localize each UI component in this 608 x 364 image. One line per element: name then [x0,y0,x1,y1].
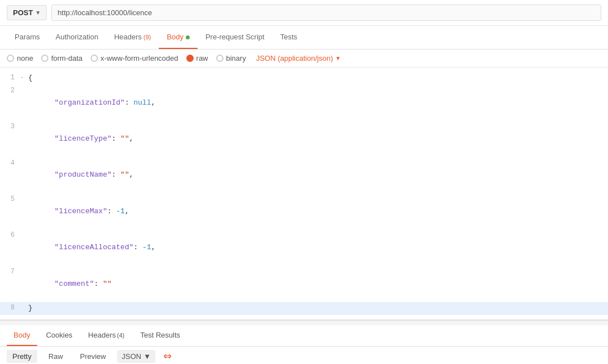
url-input[interactable] [51,5,601,21]
code-line-1: 1 - { [0,72,608,85]
body-options: none form-data x-www-form-urlencoded raw… [0,50,608,68]
body-dot [186,35,190,39]
tab-body[interactable]: Body [159,26,198,49]
option-form-data[interactable]: form-data [41,54,83,62]
code-line-5: 5 "licenceMax": -1, [0,194,608,230]
resp-json-select[interactable]: JSON ▼ [117,350,155,363]
resp-tab-headers[interactable]: Headers(4) [82,325,132,346]
fmt-preview[interactable]: Preview [74,350,111,363]
code-line-4: 4 "productName": "", [0,158,608,194]
radio-urlencoded[interactable] [91,55,98,62]
fmt-pretty[interactable]: Pretty [7,350,37,363]
url-bar: POST ▼ [0,0,608,26]
resp-tab-body[interactable]: Body [7,325,37,346]
code-line-6: 6 "licenceAllocated": -1, [0,230,608,266]
wrap-icon[interactable]: ⇔ [163,350,172,362]
response-tabs: Body Cookies Headers(4) Test Results [0,325,608,347]
code-line-7: 7 "comment": "" [0,266,608,302]
option-form-data-label: form-data [51,54,83,62]
section-divider [0,320,608,321]
radio-binary[interactable] [216,55,223,62]
option-binary[interactable]: binary [216,54,246,62]
option-none[interactable]: none [7,54,33,62]
code-line-8: 8 } [0,302,608,315]
resp-json-label: JSON [122,352,141,361]
code-line-2: 2 "organizationId": null, [0,85,608,121]
method-arrow-icon: ▼ [35,10,41,16]
method-select[interactable]: POST ▼ [7,5,47,20]
option-urlencoded-label: x-www-form-urlencoded [101,54,178,62]
method-label: POST [13,8,33,17]
option-binary-label: binary [226,54,246,62]
option-urlencoded[interactable]: x-www-form-urlencoded [91,54,178,62]
radio-raw[interactable] [186,55,194,62]
resp-format-row: Pretty Raw Preview JSON ▼ ⇔ [0,347,608,364]
option-raw-label: raw [196,54,208,62]
tab-tests[interactable]: Tests [272,26,305,49]
resp-tab-test-results[interactable]: Test Results [133,325,187,346]
option-raw[interactable]: raw [186,54,208,62]
code-line-3: 3 "licenceType": "", [0,121,608,157]
resp-json-arrow-icon: ▼ [144,352,151,361]
request-tabs: Params Authorization Headers(9) Body Pre… [0,26,608,50]
tab-headers[interactable]: Headers(9) [106,26,159,49]
radio-form-data[interactable] [41,55,48,62]
option-none-label: none [17,54,33,62]
tab-params[interactable]: Params [7,26,48,49]
code-editor[interactable]: 1 - { 2 "organizationId": null, 3 "licen… [0,68,608,320]
format-select[interactable]: JSON (application/json) ▼ [256,54,341,62]
format-arrow-icon: ▼ [335,55,341,61]
format-label: JSON (application/json) [256,54,333,62]
fmt-raw[interactable]: Raw [43,350,69,363]
tab-pre-request[interactable]: Pre-request Script [198,26,272,49]
resp-tab-cookies[interactable]: Cookies [39,325,79,346]
tab-authorization[interactable]: Authorization [48,26,106,49]
radio-none[interactable] [7,55,14,62]
